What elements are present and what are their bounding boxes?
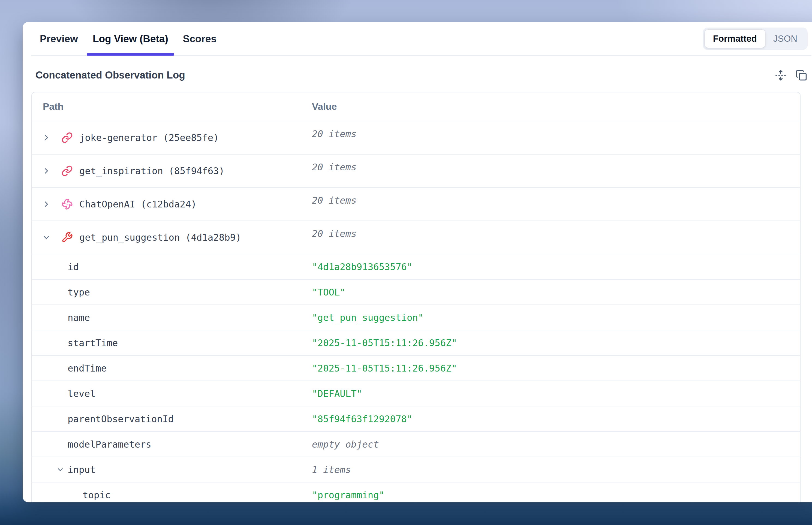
log-row: parentObservationId"85f94f63f1292078" <box>32 406 800 431</box>
value-cell: 20 items <box>312 154 800 187</box>
fan-icon <box>61 198 73 210</box>
row-label: input <box>68 464 95 475</box>
path-cell: ChatOpenAI (c12bda24) <box>32 188 312 221</box>
row-value: "2025-11-05T15:11:26.956Z" <box>312 363 457 374</box>
tab-preview[interactable]: Preview <box>40 22 78 56</box>
value-cell: 20 items <box>312 121 800 154</box>
log-row[interactable]: ChatOpenAI (c12bda24)20 items <box>32 187 800 221</box>
path-cell: type <box>32 280 312 304</box>
row-label: joke-generator (25ee85fe) <box>79 132 219 143</box>
value-column-header: Value <box>312 92 800 121</box>
row-label: get_inspiration (85f94f63) <box>79 165 224 176</box>
value-cell: 20 items <box>312 221 800 254</box>
path-cell: name <box>32 305 312 330</box>
value-cell: 20 items <box>312 188 800 221</box>
path-cell: id <box>32 254 312 279</box>
row-value: "get_pun_suggestion" <box>312 312 424 323</box>
chevron-down-icon <box>56 466 64 474</box>
chevron-right-icon <box>42 166 51 176</box>
row-value: 20 items <box>312 228 357 239</box>
path-cell: topic <box>32 482 312 502</box>
toggle-option-json[interactable]: JSON <box>765 30 806 48</box>
path-cell: modelParameters <box>32 432 312 456</box>
value-cell: "4d1a28b913653576" <box>312 254 800 279</box>
tab-bar: Preview Log View (Beta) Scores Formatted… <box>31 22 811 56</box>
log-row[interactable]: get_inspiration (85f94f63)20 items <box>32 154 800 187</box>
details-panel: Preview Log View (Beta) Scores Formatted… <box>23 22 812 502</box>
row-value: "4d1a28b913653576" <box>312 261 412 272</box>
log-row[interactable]: joke-generator (25ee85fe)20 items <box>32 121 800 154</box>
log-row: type"TOOL" <box>32 279 800 304</box>
log-section-header: Concatenated Observation Log <box>31 56 811 92</box>
log-row: topic"programming" <box>32 482 800 502</box>
link-icon <box>61 165 73 177</box>
copy-icon[interactable] <box>796 70 807 81</box>
section-actions <box>775 70 807 81</box>
row-label: get_pun_suggestion (4d1a28b9) <box>79 232 241 243</box>
table-header-row: Path Value <box>32 92 800 121</box>
path-cell: endTime <box>32 356 312 380</box>
row-value: 20 items <box>312 129 357 139</box>
value-cell: "programming" <box>312 482 800 502</box>
tab-scores[interactable]: Scores <box>183 22 217 56</box>
log-row: modelParametersempty object <box>32 431 800 456</box>
value-cell: "2025-11-05T15:11:26.956Z" <box>312 356 800 380</box>
path-column-header: Path <box>32 92 312 121</box>
page-title: Concatenated Observation Log <box>35 70 185 81</box>
row-label: topic <box>83 490 110 500</box>
value-cell: "get_pun_suggestion" <box>312 305 800 330</box>
row-value: "85f94f63f1292078" <box>312 414 412 424</box>
row-value: "DEFAULT" <box>312 388 362 399</box>
row-label: modelParameters <box>68 439 151 450</box>
log-row: id"4d1a28b913653576" <box>32 254 800 279</box>
row-label: endTime <box>68 363 107 374</box>
value-cell: "2025-11-05T15:11:26.956Z" <box>312 330 800 355</box>
path-cell: startTime <box>32 330 312 355</box>
row-value: 20 items <box>312 195 357 206</box>
unfold-vertical-icon[interactable] <box>775 70 786 81</box>
log-row: name"get_pun_suggestion" <box>32 304 800 330</box>
chevron-right-icon <box>42 133 51 142</box>
wrench-icon <box>61 232 73 243</box>
value-cell: "TOOL" <box>312 280 800 304</box>
row-label: id <box>68 261 79 272</box>
row-value: "TOOL" <box>312 287 345 298</box>
row-label: ChatOpenAI (c12bda24) <box>79 199 196 210</box>
chevron-down-icon <box>42 233 51 242</box>
path-cell: parentObservationId <box>32 406 312 431</box>
row-label: name <box>68 312 90 323</box>
row-value: empty object <box>312 439 379 450</box>
value-cell: 1 items <box>312 457 800 482</box>
link-icon <box>61 132 73 144</box>
row-label: startTime <box>68 338 118 348</box>
log-row: startTime"2025-11-05T15:11:26.956Z" <box>32 330 800 355</box>
row-value: "2025-11-05T15:11:26.956Z" <box>312 338 457 348</box>
value-cell: empty object <box>312 432 800 456</box>
log-row[interactable]: get_pun_suggestion (4d1a28b9)20 items <box>32 221 800 254</box>
value-cell: "DEFAULT" <box>312 381 800 406</box>
format-toggle: Formatted JSON <box>703 28 808 50</box>
row-value: "programming" <box>312 490 384 500</box>
path-cell: level <box>32 381 312 406</box>
value-cell: "85f94f63f1292078" <box>312 406 800 431</box>
observation-log-table: Path Value joke-generator (25ee85fe)20 i… <box>31 92 800 502</box>
path-cell: input <box>32 457 312 482</box>
path-cell: get_inspiration (85f94f63) <box>32 154 312 187</box>
path-cell: get_pun_suggestion (4d1a28b9) <box>32 221 312 254</box>
table-body: joke-generator (25ee85fe)20 itemsget_ins… <box>32 121 800 502</box>
row-label: level <box>68 388 95 399</box>
tab-log-view[interactable]: Log View (Beta) <box>93 22 168 56</box>
log-row[interactable]: input1 items <box>32 456 800 482</box>
chevron-right-icon <box>42 199 51 209</box>
toggle-option-formatted[interactable]: Formatted <box>705 30 765 48</box>
row-value: 20 items <box>312 162 357 172</box>
log-row: level"DEFAULT" <box>32 380 800 406</box>
log-row: endTime"2025-11-05T15:11:26.956Z" <box>32 355 800 380</box>
row-label: parentObservationId <box>68 414 174 424</box>
row-label: type <box>68 287 90 298</box>
row-value: 1 items <box>312 464 351 475</box>
path-cell: joke-generator (25ee85fe) <box>32 121 312 154</box>
